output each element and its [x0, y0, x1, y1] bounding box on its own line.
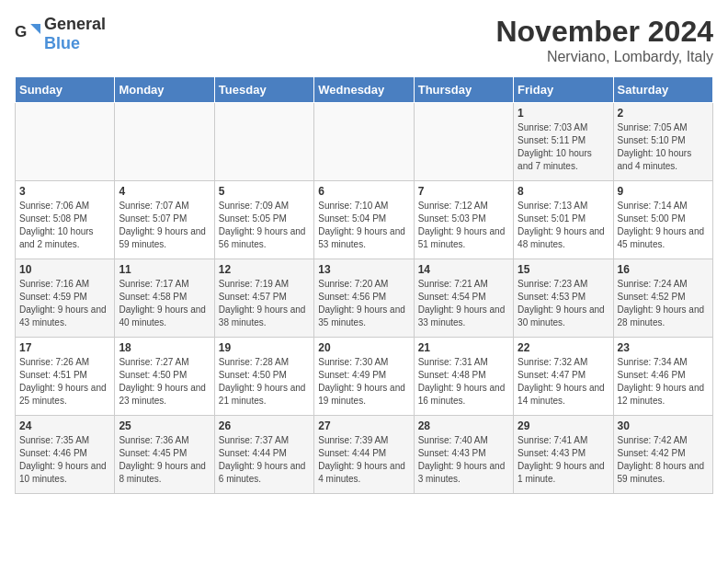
day-info: Sunrise: 7:35 AM Sunset: 4:46 PM Dayligh… [19, 434, 110, 486]
day-number: 13 [318, 263, 409, 276]
day-number: 26 [219, 419, 310, 432]
calendar-cell: 21Sunrise: 7:31 AM Sunset: 4:48 PM Dayli… [414, 338, 513, 416]
day-number: 20 [318, 341, 409, 354]
day-info: Sunrise: 7:28 AM Sunset: 4:50 PM Dayligh… [219, 356, 310, 408]
day-number: 6 [318, 185, 409, 198]
day-number: 28 [418, 419, 509, 432]
day-info: Sunrise: 7:37 AM Sunset: 4:44 PM Dayligh… [219, 434, 310, 486]
day-number: 14 [418, 263, 509, 276]
day-info: Sunrise: 7:12 AM Sunset: 5:03 PM Dayligh… [418, 200, 509, 251]
calendar-cell: 4Sunrise: 7:07 AM Sunset: 5:07 PM Daylig… [115, 181, 214, 259]
day-info: Sunrise: 7:16 AM Sunset: 4:59 PM Dayligh… [19, 278, 110, 329]
calendar-table: SundayMondayTuesdayWednesdayThursdayFrid… [15, 76, 713, 494]
day-number: 21 [418, 341, 509, 354]
calendar-cell: 10Sunrise: 7:16 AM Sunset: 4:59 PM Dayli… [16, 259, 115, 338]
day-info: Sunrise: 7:36 AM Sunset: 4:45 PM Dayligh… [119, 434, 210, 486]
day-number: 15 [518, 263, 609, 276]
calendar-cell [214, 103, 313, 181]
logo-general: General [44, 15, 106, 33]
day-number: 7 [418, 185, 509, 198]
week-row-0: 1Sunrise: 7:03 AM Sunset: 5:11 PM Daylig… [16, 103, 713, 181]
calendar-cell: 16Sunrise: 7:24 AM Sunset: 4:52 PM Dayli… [613, 259, 712, 338]
day-number: 3 [19, 185, 110, 198]
day-number: 4 [119, 185, 210, 198]
day-number: 17 [19, 341, 110, 354]
calendar-cell: 18Sunrise: 7:27 AM Sunset: 4:50 PM Dayli… [115, 338, 214, 416]
location: Nerviano, Lombardy, Italy [495, 49, 713, 65]
day-info: Sunrise: 7:09 AM Sunset: 5:05 PM Dayligh… [219, 200, 310, 251]
col-header-tuesday: Tuesday [214, 77, 313, 103]
day-number: 16 [618, 263, 709, 276]
day-number: 30 [618, 419, 709, 432]
calendar-cell [16, 103, 115, 181]
day-info: Sunrise: 7:41 AM Sunset: 4:43 PM Dayligh… [518, 434, 609, 486]
calendar-cell: 29Sunrise: 7:41 AM Sunset: 4:43 PM Dayli… [514, 416, 613, 494]
calendar-cell: 17Sunrise: 7:26 AM Sunset: 4:51 PM Dayli… [16, 338, 115, 416]
day-number: 8 [518, 185, 609, 198]
calendar-cell: 27Sunrise: 7:39 AM Sunset: 4:44 PM Dayli… [314, 416, 414, 494]
day-number: 19 [219, 341, 310, 354]
logo-icon: G [15, 21, 40, 47]
day-info: Sunrise: 7:07 AM Sunset: 5:07 PM Dayligh… [119, 200, 210, 251]
col-header-saturday: Saturday [613, 77, 712, 103]
calendar-cell: 13Sunrise: 7:20 AM Sunset: 4:56 PM Dayli… [314, 259, 414, 338]
svg-text:G: G [15, 23, 27, 40]
day-info: Sunrise: 7:27 AM Sunset: 4:50 PM Dayligh… [119, 356, 210, 408]
day-number: 24 [19, 419, 110, 432]
calendar-body: 1Sunrise: 7:03 AM Sunset: 5:11 PM Daylig… [16, 103, 713, 494]
title-block: November 2024 Nerviano, Lombardy, Italy [495, 15, 713, 65]
col-header-monday: Monday [115, 77, 214, 103]
day-number: 29 [518, 419, 609, 432]
calendar-cell [414, 103, 513, 181]
day-number: 25 [119, 419, 210, 432]
week-row-1: 3Sunrise: 7:06 AM Sunset: 5:08 PM Daylig… [16, 181, 713, 259]
calendar-cell [115, 103, 214, 181]
day-info: Sunrise: 7:42 AM Sunset: 4:42 PM Dayligh… [618, 434, 709, 486]
calendar-cell: 6Sunrise: 7:10 AM Sunset: 5:04 PM Daylig… [314, 181, 414, 259]
calendar-cell: 7Sunrise: 7:12 AM Sunset: 5:03 PM Daylig… [414, 181, 513, 259]
day-number: 10 [19, 263, 110, 276]
col-header-sunday: Sunday [16, 77, 115, 103]
day-info: Sunrise: 7:05 AM Sunset: 5:10 PM Dayligh… [618, 121, 709, 173]
day-number: 12 [219, 263, 310, 276]
week-row-4: 24Sunrise: 7:35 AM Sunset: 4:46 PM Dayli… [16, 416, 713, 494]
header-row: SundayMondayTuesdayWednesdayThursdayFrid… [16, 77, 713, 103]
calendar-cell: 20Sunrise: 7:30 AM Sunset: 4:49 PM Dayli… [314, 338, 414, 416]
calendar-cell: 14Sunrise: 7:21 AM Sunset: 4:54 PM Dayli… [414, 259, 513, 338]
day-info: Sunrise: 7:32 AM Sunset: 4:47 PM Dayligh… [518, 356, 609, 408]
day-info: Sunrise: 7:20 AM Sunset: 4:56 PM Dayligh… [318, 278, 409, 329]
day-number: 11 [119, 263, 210, 276]
day-number: 23 [618, 341, 709, 354]
day-info: Sunrise: 7:10 AM Sunset: 5:04 PM Dayligh… [318, 200, 409, 251]
week-row-2: 10Sunrise: 7:16 AM Sunset: 4:59 PM Dayli… [16, 259, 713, 338]
day-info: Sunrise: 7:23 AM Sunset: 4:53 PM Dayligh… [518, 278, 609, 329]
calendar-cell: 26Sunrise: 7:37 AM Sunset: 4:44 PM Dayli… [214, 416, 313, 494]
day-number: 18 [119, 341, 210, 354]
calendar-cell: 15Sunrise: 7:23 AM Sunset: 4:53 PM Dayli… [514, 259, 613, 338]
day-number: 1 [518, 107, 609, 120]
day-info: Sunrise: 7:39 AM Sunset: 4:44 PM Dayligh… [318, 434, 409, 486]
calendar-header: SundayMondayTuesdayWednesdayThursdayFrid… [16, 77, 713, 103]
calendar-cell: 9Sunrise: 7:14 AM Sunset: 5:00 PM Daylig… [613, 181, 712, 259]
day-number: 22 [518, 341, 609, 354]
svg-marker-1 [30, 24, 40, 34]
calendar-cell: 1Sunrise: 7:03 AM Sunset: 5:11 PM Daylig… [514, 103, 613, 181]
day-number: 2 [618, 107, 709, 120]
day-info: Sunrise: 7:34 AM Sunset: 4:46 PM Dayligh… [618, 356, 709, 408]
day-info: Sunrise: 7:19 AM Sunset: 4:57 PM Dayligh… [219, 278, 310, 329]
logo: G General Blue [15, 15, 106, 53]
calendar-cell: 3Sunrise: 7:06 AM Sunset: 5:08 PM Daylig… [16, 181, 115, 259]
calendar-cell: 28Sunrise: 7:40 AM Sunset: 4:43 PM Dayli… [414, 416, 513, 494]
day-number: 27 [318, 419, 409, 432]
day-info: Sunrise: 7:03 AM Sunset: 5:11 PM Dayligh… [518, 121, 609, 173]
day-info: Sunrise: 7:31 AM Sunset: 4:48 PM Dayligh… [418, 356, 509, 408]
calendar-cell: 5Sunrise: 7:09 AM Sunset: 5:05 PM Daylig… [214, 181, 313, 259]
calendar-cell: 2Sunrise: 7:05 AM Sunset: 5:10 PM Daylig… [613, 103, 712, 181]
calendar-cell: 22Sunrise: 7:32 AM Sunset: 4:47 PM Dayli… [514, 338, 613, 416]
day-info: Sunrise: 7:26 AM Sunset: 4:51 PM Dayligh… [19, 356, 110, 408]
page-header: G General Blue November 2024 Nerviano, L… [15, 15, 713, 65]
month-year: November 2024 [495, 15, 713, 49]
day-number: 5 [219, 185, 310, 198]
calendar-cell: 19Sunrise: 7:28 AM Sunset: 4:50 PM Dayli… [214, 338, 313, 416]
day-info: Sunrise: 7:17 AM Sunset: 4:58 PM Dayligh… [119, 278, 210, 329]
